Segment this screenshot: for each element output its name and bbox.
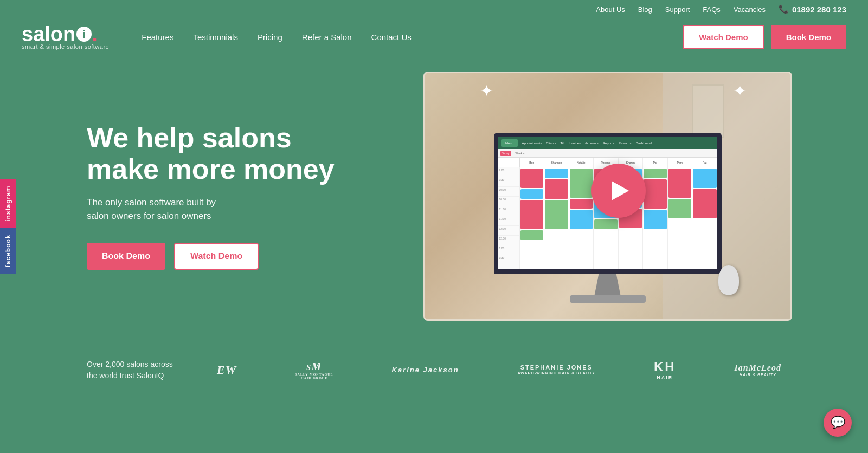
blog-link[interactable]: Blog	[638, 5, 652, 14]
chandelier-left: ✦	[480, 81, 493, 100]
top-bar: About Us Blog Support FAQs Vacancies 📞 0…	[0, 0, 868, 18]
logo[interactable]: saloni. smart & simple salon software	[22, 24, 109, 50]
brand-sm: sM SALLY MONTAGUE HAIR GROUP	[295, 360, 333, 380]
support-link[interactable]: Support	[665, 5, 690, 14]
nav-links: Features Testimonials Pricing Refer a Sa…	[142, 33, 683, 42]
monitor-base	[570, 295, 646, 303]
mouse	[718, 265, 739, 295]
monitor-neck	[586, 274, 629, 295]
facebook-tab[interactable]: facebook	[0, 228, 16, 274]
brand-stephanie-jones: STEPHANIE JONES AWARD-WINNING HAIR & BEA…	[518, 364, 595, 376]
phone-number[interactable]: 📞 01892 280 123	[779, 4, 846, 14]
faqs-link[interactable]: FAQs	[703, 5, 721, 14]
hero-headline: We help salons make more money	[87, 122, 347, 184]
nav-features[interactable]: Features	[142, 33, 173, 42]
hero-section: We help salons make more money The only …	[0, 55, 868, 342]
nav-buttons: Watch Demo Book Demo	[683, 25, 846, 49]
instagram-tab[interactable]: instagram	[0, 179, 16, 228]
nav-refer-salon[interactable]: Refer a Salon	[302, 33, 352, 42]
social-sidebar: instagram facebook	[0, 179, 16, 274]
hero-right: ✦ ✦ Menu AppointmentsClientsTillInvoices…	[369, 72, 846, 321]
video-play-button[interactable]	[591, 164, 646, 218]
brand-ian-mcleod: IanMcLeod HAIR & BEAUTY	[735, 363, 781, 378]
hero-book-demo-button[interactable]: Book Demo	[87, 243, 165, 270]
phone-icon: 📞	[779, 4, 789, 14]
logo-dot: .	[92, 24, 98, 44]
monitor-container: Menu AppointmentsClientsTillInvoicesAcco…	[494, 133, 722, 303]
about-us-link[interactable]: About Us	[596, 5, 625, 14]
trust-text: Over 2,000 salons across the world trust…	[87, 359, 184, 381]
brand-ew: EW	[217, 363, 236, 377]
logo-name: salon	[22, 24, 75, 44]
nav-book-demo-button[interactable]: Book Demo	[771, 25, 846, 49]
chat-button[interactable]: 💬	[824, 409, 852, 437]
hero-left: We help salons make more money The only …	[87, 122, 369, 269]
brand-kh-hair: KH HAIR	[654, 359, 676, 381]
chandelier-right: ✦	[733, 81, 747, 100]
hero-subtext: The only salon software built bysalon ow…	[87, 196, 347, 223]
play-triangle-icon	[612, 181, 629, 200]
window-decor	[692, 84, 724, 138]
nav-watch-demo-button[interactable]: Watch Demo	[683, 25, 764, 49]
brand-karine-jackson: Karine Jackson	[392, 366, 459, 374]
vacancies-link[interactable]: Vacancies	[734, 5, 766, 14]
nav-testimonials[interactable]: Testimonials	[193, 33, 238, 42]
chat-icon: 💬	[831, 416, 845, 430]
logo-tagline: smart & simple salon software	[22, 43, 109, 50]
trust-logos: EW sM SALLY MONTAGUE HAIR GROUP Karine J…	[217, 359, 781, 381]
main-nav: saloni. smart & simple salon software Fe…	[0, 18, 868, 55]
nav-pricing[interactable]: Pricing	[258, 33, 282, 42]
logo-i: i	[76, 27, 92, 42]
nav-contact-us[interactable]: Contact Us	[371, 33, 412, 42]
hero-watch-demo-button[interactable]: Watch Demo	[174, 243, 259, 270]
trust-bar: Over 2,000 salons across the world trust…	[0, 342, 868, 398]
hero-buttons: Book Demo Watch Demo	[87, 243, 347, 270]
video-container[interactable]: ✦ ✦ Menu AppointmentsClientsTillInvoices…	[423, 72, 792, 321]
